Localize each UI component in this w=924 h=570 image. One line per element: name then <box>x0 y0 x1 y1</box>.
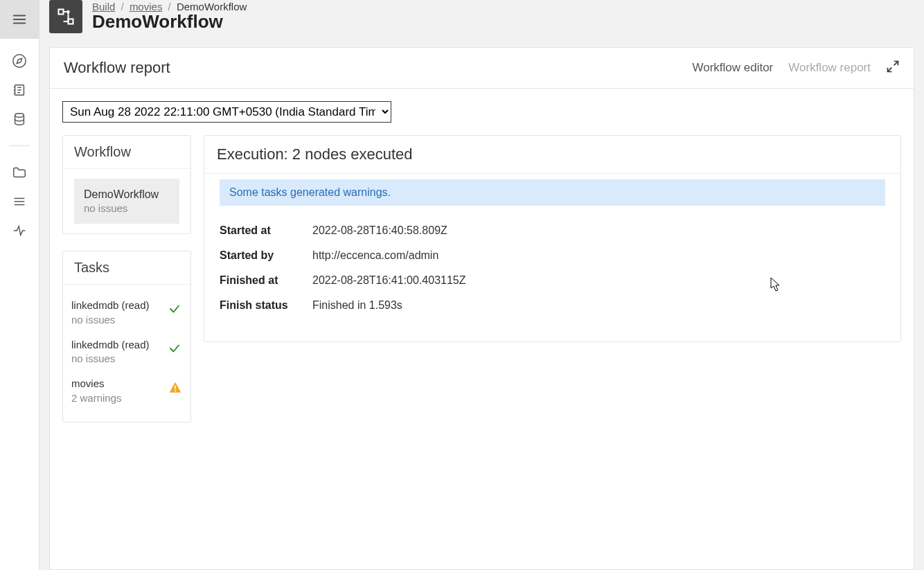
hamburger-icon <box>12 12 27 27</box>
tab-workflow-report[interactable]: Workflow report <box>788 61 871 75</box>
task-name: movies <box>71 377 163 391</box>
workflow-tile[interactable]: DemoWorkflow no issues <box>74 179 179 224</box>
task-status: no issues <box>71 314 163 326</box>
kv-started-at: Started at 2022-08-28T16:40:58.809Z <box>220 218 885 243</box>
report-card: Workflow report Workflow editor Workflow… <box>49 47 914 570</box>
task-item[interactable]: movies 2 warnings <box>71 377 182 404</box>
task-ok-icon <box>168 303 182 317</box>
mouse-cursor-icon <box>770 277 781 292</box>
tasks-panel-title: Tasks <box>63 251 190 285</box>
expand-button[interactable] <box>886 60 900 76</box>
card-tabs: Workflow editor Workflow report <box>692 60 900 76</box>
warning-banner: Some tasks generated warnings. <box>220 179 885 206</box>
kv-value: 2022-08-28T16:40:58.809Z <box>312 224 447 237</box>
workflow-status: no issues <box>84 202 170 214</box>
svg-rect-22 <box>175 390 176 391</box>
kv-label: Finish status <box>220 299 296 312</box>
task-status: no issues <box>71 353 163 364</box>
nav-compass[interactable] <box>11 53 28 69</box>
task-ok-icon <box>168 342 182 356</box>
execution-panel: Execution: 2 nodes executed Some tasks g… <box>204 135 901 342</box>
nav-activity[interactable] <box>11 222 28 239</box>
check-icon <box>168 342 181 355</box>
svg-rect-16 <box>59 10 64 15</box>
nav-separator <box>9 145 30 146</box>
check-icon <box>168 303 181 315</box>
task-name: linkedmdb (read) <box>71 338 163 352</box>
svg-point-18 <box>67 11 69 12</box>
svg-rect-21 <box>175 386 176 389</box>
notebook-icon <box>12 82 27 98</box>
nav-folder[interactable] <box>11 164 28 181</box>
execution-title: Execution: 2 nodes executed <box>204 136 900 174</box>
task-item[interactable]: linkedmdb (read) no issues <box>71 338 182 365</box>
activity-icon <box>12 223 27 238</box>
svg-line-19 <box>894 62 898 66</box>
workflow-name: DemoWorkflow <box>84 188 170 201</box>
kv-started-by: Started by http://eccenca.com/admin <box>220 243 885 268</box>
kv-label: Started at <box>220 224 296 237</box>
card-title: Workflow report <box>64 59 170 77</box>
svg-point-12 <box>15 114 24 118</box>
menu-toggle-button[interactable] <box>0 0 39 39</box>
task-warn-icon <box>168 381 182 395</box>
svg-marker-4 <box>17 58 21 63</box>
folder-icon <box>12 165 27 180</box>
left-sidebar <box>0 0 39 570</box>
nav-list[interactable] <box>11 193 28 210</box>
compass-icon <box>12 53 27 69</box>
kv-value: http://eccenca.com/admin <box>312 249 438 262</box>
tasks-panel: Tasks linkedmdb (read) no issues <box>62 251 191 422</box>
page-title: DemoWorkflow <box>92 11 247 33</box>
task-item[interactable]: linkedmdb (read) no issues <box>71 299 182 326</box>
svg-point-3 <box>13 55 26 67</box>
workflow-panel-title: Workflow <box>63 136 190 169</box>
kv-label: Started by <box>220 249 296 262</box>
kv-value: Finished in 1.593s <box>312 299 402 312</box>
tab-workflow-editor[interactable]: Workflow editor <box>692 61 773 75</box>
task-name: linkedmdb (read) <box>71 299 163 312</box>
nav-notebook[interactable] <box>11 82 28 98</box>
svg-rect-17 <box>69 19 73 24</box>
nav-database[interactable] <box>11 111 28 127</box>
kv-value: 2022-08-28T16:41:00.403115Z <box>312 274 466 287</box>
list-icon <box>12 194 27 209</box>
workflow-panel: Workflow DemoWorkflow no issues <box>62 135 191 234</box>
warning-icon <box>168 381 182 395</box>
svg-line-20 <box>888 68 892 72</box>
run-timestamp-select[interactable]: Sun Aug 28 2022 22:11:00 GMT+0530 (India… <box>62 101 391 123</box>
kv-finish-status: Finish status Finished in 1.593s <box>220 293 885 318</box>
kv-label: Finished at <box>220 274 296 287</box>
expand-icon <box>886 60 900 73</box>
workflow-badge-icon <box>49 0 82 33</box>
kv-finished-at: Finished at 2022-08-28T16:41:00.403115Z <box>220 268 885 293</box>
database-icon <box>12 112 27 127</box>
task-list: linkedmdb (read) no issues l <box>63 285 190 422</box>
task-status: 2 warnings <box>71 392 163 404</box>
page-header: Build / movies / DemoWorkflow DemoWorkfl… <box>39 0 924 39</box>
